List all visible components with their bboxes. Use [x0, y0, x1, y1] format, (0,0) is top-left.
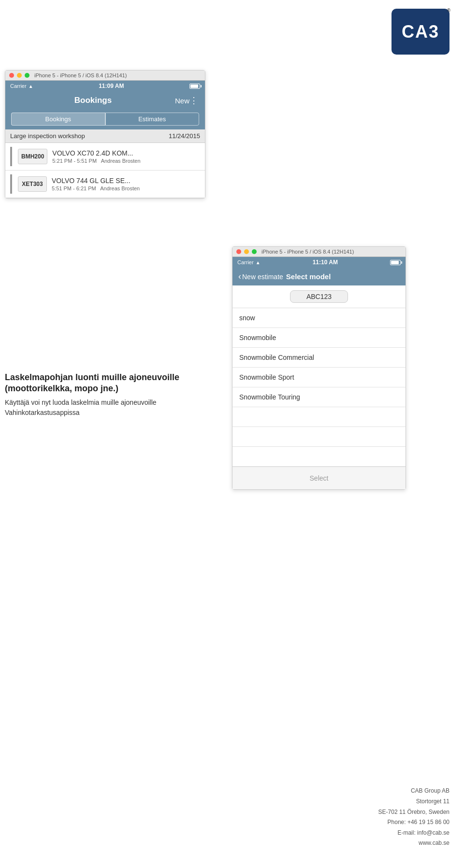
status-time-1: 11:09 AM	[99, 83, 124, 89]
booking-time-1: 5:21 PM - 5:51 PM Andreas Brosten	[52, 158, 200, 164]
sim-dot-red-2	[236, 249, 241, 254]
sim-dot-yellow-2	[244, 249, 249, 254]
battery-fill-2	[391, 261, 399, 264]
nav-bar-1: Bookings New ⋮	[5, 91, 205, 110]
list-item-snowmobile-sport[interactable]: Snowmobile Sport	[232, 368, 406, 387]
battery-icon-2	[390, 260, 401, 265]
list-item-snowmobile-touring[interactable]: Snowmobile Touring	[232, 387, 406, 407]
carrier-label-2: Carrier	[237, 259, 254, 265]
sim-title-bar-1: iPhone 5 - iPhone 5 / iOS 8.4 (12H141)	[5, 71, 205, 81]
cab-logo: CA3	[392, 9, 450, 55]
sim-dot-red	[9, 73, 14, 78]
status-bar-1: Carrier ▲ 11:09 AM	[5, 81, 205, 91]
select-button[interactable]: Select	[310, 474, 329, 482]
nav-back-2[interactable]: ‹ New estimate	[238, 271, 283, 282]
booking-header-label: Large inspection workshop	[10, 132, 85, 140]
sim-title-text-2: iPhone 5 - iPhone 5 / iOS 8.4 (12H141)	[261, 249, 354, 255]
status-bar-right-1	[189, 84, 200, 89]
booking-header: Large inspection workshop 11/24/2015	[5, 129, 205, 143]
text-body: Käyttäjä voi nyt luoda laskelmia muille …	[5, 398, 218, 418]
sim-dot-green	[25, 73, 29, 78]
select-area: Select	[232, 467, 406, 489]
text-block: Laskelmapohjan luonti muille ajoneuvoill…	[5, 372, 218, 418]
list-item-snowmobile[interactable]: Snowmobile	[232, 328, 406, 348]
status-time-2: 11:10 AM	[313, 259, 338, 266]
list-item-snowmobile-commercial[interactable]: Snowmobile Commercial	[232, 348, 406, 368]
footer: CAB Group AB Stortorget 11 SE-702 11 Öre…	[378, 786, 450, 849]
registered-mark: ®	[447, 8, 450, 13]
booking-details-2: VOLVO 744 GL GLE SE... 5:51 PM - 6:21 PM…	[52, 177, 200, 191]
booking-time-2: 5:51 PM - 6:21 PM Andreas Brosten	[52, 185, 200, 191]
search-field[interactable]: ABC123	[290, 290, 348, 303]
booking-details-1: VOLVO XC70 2.4D KOM... 5:21 PM - 5:51 PM…	[52, 149, 200, 164]
logo-text: CA3	[402, 22, 439, 42]
sim-title-text-1: iPhone 5 - iPhone 5 / iOS 8.4 (12H141)	[34, 72, 127, 78]
booking-plate-1: BMH200	[18, 149, 47, 164]
list-item-empty-3	[232, 447, 406, 467]
segment-bookings[interactable]: Bookings	[11, 113, 105, 126]
list-item-empty-2	[232, 427, 406, 447]
segment-control-1: Bookings Estimates	[5, 110, 205, 129]
footer-phone: Phone: +46 19 15 86 00	[378, 817, 450, 828]
booking-item-2[interactable]: XET303 VOLVO 744 GL GLE SE... 5:51 PM - …	[5, 171, 205, 198]
list-item-snow[interactable]: snow	[232, 308, 406, 328]
status-bar-2: Carrier ▲ 11:10 AM	[232, 257, 406, 268]
booking-bar-2	[10, 174, 12, 194]
nav-back-label-2: New estimate	[242, 273, 283, 281]
footer-city: SE-702 11 Örebro, Sweden	[378, 807, 450, 818]
booking-car-1: VOLVO XC70 2.4D KOM...	[52, 149, 200, 157]
status-bar-right-2	[390, 260, 401, 265]
booking-car-2: VOLVO 744 GL GLE SE...	[52, 177, 200, 185]
back-arrow-icon: ‹	[238, 271, 241, 282]
search-container: ABC123	[232, 285, 406, 308]
list-item-empty-1	[232, 407, 406, 427]
booking-bar-1	[10, 147, 12, 166]
battery-icon-1	[189, 84, 200, 89]
footer-company: CAB Group AB	[378, 786, 450, 797]
segment-estimates[interactable]: Estimates	[105, 113, 200, 126]
iphone-screen-2: iPhone 5 - iPhone 5 / iOS 8.4 (12H141) C…	[232, 246, 406, 490]
status-bar-left-1: Carrier ▲	[10, 83, 33, 89]
wifi-icon-2: ▲	[256, 260, 261, 265]
battery-fill-1	[190, 85, 198, 88]
sim-dot-yellow	[17, 73, 22, 78]
booking-header-date: 11/24/2015	[169, 132, 200, 140]
nav-new-btn-1[interactable]: New	[175, 97, 189, 105]
status-bar-left-2: Carrier ▲	[237, 259, 261, 265]
nav-title-2: Select model	[286, 272, 331, 281]
nav-dots-1[interactable]: ⋮	[189, 95, 199, 106]
booking-plate-2: XET303	[18, 176, 47, 192]
wifi-icon-1: ▲	[29, 84, 33, 89]
footer-address: Stortorget 11	[378, 797, 450, 807]
sim-dot-green-2	[252, 249, 257, 254]
sim-title-bar-2: iPhone 5 - iPhone 5 / iOS 8.4 (12H141)	[232, 247, 406, 257]
carrier-label-1: Carrier	[10, 83, 27, 89]
footer-email: E-mail: info@cab.se	[378, 828, 450, 839]
nav-bar-2: ‹ New estimate Select model	[232, 268, 406, 285]
iphone-screen-1: iPhone 5 - iPhone 5 / iOS 8.4 (12H141) C…	[5, 70, 205, 199]
nav-title-1: Bookings	[11, 96, 175, 105]
text-heading: Laskelmapohjan luonti muille ajoneuvoill…	[5, 372, 218, 395]
footer-web: www.cab.se	[378, 838, 450, 849]
booking-item-1[interactable]: BMH200 VOLVO XC70 2.4D KOM... 5:21 PM - …	[5, 143, 205, 171]
